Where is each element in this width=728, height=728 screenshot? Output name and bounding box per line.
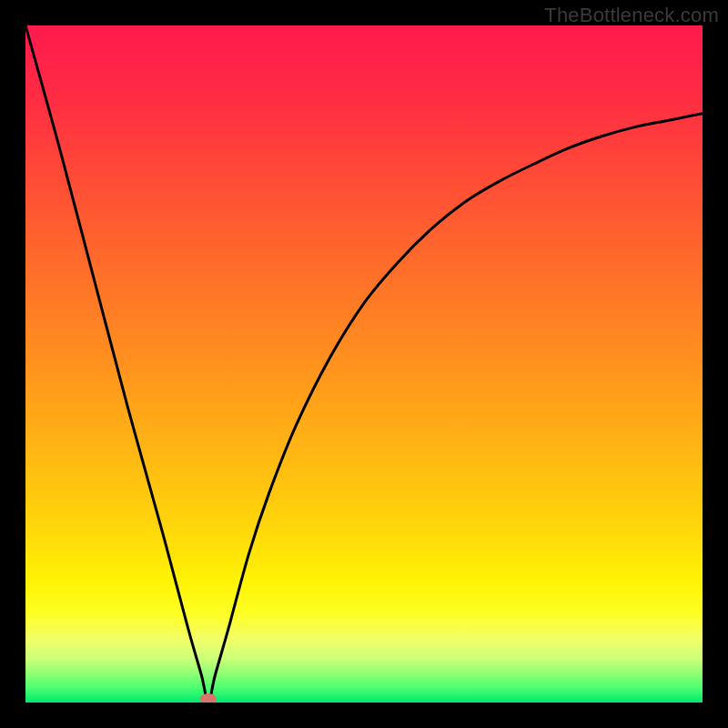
watermark-text: TheBottleneck.com [544,4,719,27]
chart-frame: TheBottleneck.com [0,0,728,728]
curve-layer [25,25,703,703]
plot-area [25,25,703,703]
bottleneck-curve [25,25,703,703]
optimal-point-marker [200,693,217,703]
